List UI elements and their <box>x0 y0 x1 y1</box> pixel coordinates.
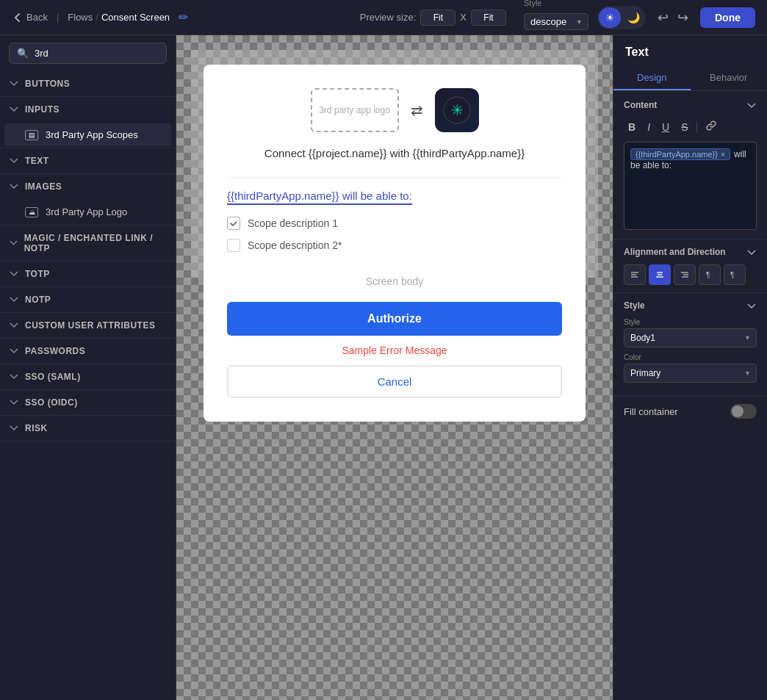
sidebar-item-3rd-party-logo[interactable]: ⛰ 3rd Party App Logo <box>4 201 171 223</box>
preview-label: Preview size: <box>360 12 417 23</box>
section-magic-label: MAGIC / ENCHANTED LINK / NOTP <box>24 233 167 253</box>
section-inputs-header[interactable]: INPUTS <box>0 97 176 122</box>
panel-title: Text <box>613 35 767 59</box>
preview-width-input[interactable] <box>420 10 455 26</box>
content-section: Content B I U S {{thirdPartyApp.name}} ×… <box>613 91 767 239</box>
toolbar-divider <box>696 121 697 133</box>
section-images: IMAGES ⛰ 3rd Party App Logo <box>0 174 176 225</box>
section-custom-user-attr-header[interactable]: CUSTOM USER ATTRIBUTES <box>0 313 176 338</box>
section-passwords-header[interactable]: PASSWORDS <box>0 339 176 364</box>
section-images-label: IMAGES <box>25 181 62 192</box>
section-images-header[interactable]: IMAGES <box>0 174 176 199</box>
breadcrumb-flows[interactable]: Flows <box>68 12 93 23</box>
scopes-title: {{thirdPartyApp.name}} will be able to: <box>227 190 412 205</box>
content-editor[interactable]: {{thirdPartyApp.name}} × will be able to… <box>624 142 757 230</box>
panel-tabs: Design Behavior <box>613 66 767 91</box>
tag-close[interactable]: × <box>721 151 725 159</box>
preview-height-input[interactable] <box>471 10 506 26</box>
canvas-wrapper: 3rd party app logo ⇄ ✳ Connect {{project… <box>191 50 598 422</box>
sidebar-item-3rd-party-scopes[interactable]: ▤ 3rd Party App Scopes <box>4 123 171 146</box>
scope-checkbox-1[interactable] <box>227 217 240 230</box>
svg-text:¶: ¶ <box>706 271 710 279</box>
section-sso-oidc-label: SSO (OIDC) <box>25 397 78 408</box>
link-button[interactable] <box>702 118 721 136</box>
back-button[interactable]: Back <box>12 12 48 24</box>
bold-button[interactable]: B <box>624 118 640 136</box>
color-field-group: Color Primary <box>624 353 757 383</box>
color-select-wrap: Primary <box>624 364 757 383</box>
style-section-label: Style <box>624 300 645 311</box>
align-rtl-button[interactable]: ¶ <box>724 264 746 285</box>
align-left-button[interactable] <box>624 264 646 285</box>
section-magic-header[interactable]: MAGIC / ENCHANTED LINK / NOTP <box>0 225 176 261</box>
section-totp-label: TOTP <box>25 269 50 279</box>
exchange-icon: ⇄ <box>411 101 423 119</box>
section-sso-saml-label: SSO (SAML) <box>25 372 81 382</box>
cancel-button[interactable]: Cancel <box>227 365 562 398</box>
search-wrap: 🔍 <box>9 43 167 64</box>
preview-size: Preview size: X <box>360 10 506 26</box>
alignment-section: Alignment and Direction ¶ ¶ <box>613 239 767 293</box>
undo-button[interactable]: ↩ <box>655 7 671 29</box>
italic-button[interactable]: I <box>643 118 655 136</box>
section-risk-header[interactable]: RISK <box>0 416 176 441</box>
color-select[interactable]: Primary <box>624 364 757 383</box>
svg-text:✳: ✳ <box>450 102 463 118</box>
dark-theme-button[interactable]: 🌙 <box>622 7 644 28</box>
style-select-wrap: Body1 <box>624 328 757 347</box>
section-custom-user-attr-label: CUSTOM USER ATTRIBUTES <box>25 320 155 331</box>
style-dropdown-wrap: descope <box>524 13 588 30</box>
back-label: Back <box>26 12 48 23</box>
fill-container-label: Fill container <box>624 406 678 417</box>
undo-redo: ↩ ↪ <box>655 7 691 29</box>
theme-toggle: ☀ 🌙 <box>597 6 646 29</box>
search-input[interactable] <box>35 48 159 59</box>
logo-placeholder-text: 3rd party app logo <box>319 105 390 115</box>
image-icon: ⛰ <box>25 207 38 217</box>
authorize-button[interactable]: Authorize <box>227 302 562 336</box>
section-buttons-label: BUTTONS <box>25 79 70 89</box>
section-text-header[interactable]: TEXT <box>0 148 176 173</box>
section-notp-header[interactable]: NOTP <box>0 287 176 312</box>
fill-container-toggle[interactable] <box>730 404 757 419</box>
light-theme-button[interactable]: ☀ <box>599 7 621 28</box>
tab-design[interactable]: Design <box>613 66 691 90</box>
section-sso-oidc: SSO (OIDC) <box>0 390 176 416</box>
style-select[interactable]: Body1 <box>624 328 757 347</box>
scope-checkbox-2[interactable] <box>227 239 240 252</box>
scope-desc-1: Scope description 1 <box>248 217 338 229</box>
section-buttons: BUTTONS <box>0 71 176 97</box>
rich-text-toolbar: B I U S <box>624 118 757 136</box>
strikethrough-button[interactable]: S <box>677 118 692 136</box>
section-totp-header[interactable]: TOTP <box>0 261 176 286</box>
style-dropdown[interactable]: descope <box>524 13 588 30</box>
section-buttons-header[interactable]: BUTTONS <box>0 71 176 96</box>
underline-button[interactable]: U <box>658 118 674 136</box>
section-passwords: PASSWORDS <box>0 339 176 364</box>
done-button[interactable]: Done <box>700 7 755 28</box>
template-tag: {{thirdPartyApp.name}} × <box>630 148 730 160</box>
section-sso-saml-header[interactable]: SSO (SAML) <box>0 364 176 389</box>
section-text-label: TEXT <box>25 156 49 166</box>
tab-behavior[interactable]: Behavior <box>691 66 768 90</box>
align-center-button[interactable] <box>649 264 671 285</box>
color-field-label: Color <box>624 353 757 361</box>
breadcrumb-current: Consent Screen <box>101 12 170 23</box>
scopes-section: {{thirdPartyApp.name}} will be able to: … <box>227 177 562 252</box>
section-inputs-label: INPUTS <box>25 104 60 115</box>
redo-button[interactable]: ↪ <box>674 7 691 29</box>
images-item-label: 3rd Party App Logo <box>46 206 127 217</box>
inputs-item-label: 3rd Party App Scopes <box>46 129 138 140</box>
align-justify-button[interactable]: ¶ <box>699 264 721 285</box>
section-passwords-label: PASSWORDS <box>25 346 85 356</box>
align-right-button[interactable] <box>674 264 696 285</box>
search-box: 🔍 <box>0 35 176 71</box>
alignment-section-header: Alignment and Direction <box>624 247 757 257</box>
section-magic: MAGIC / ENCHANTED LINK / NOTP <box>0 225 176 261</box>
edit-icon[interactable]: ✏ <box>179 10 188 24</box>
section-sso-oidc-header[interactable]: SSO (OIDC) <box>0 390 176 415</box>
alignment-label: Alignment and Direction <box>624 247 726 257</box>
section-custom-user-attr: CUSTOM USER ATTRIBUTES <box>0 313 176 339</box>
section-notp: NOTP <box>0 287 176 313</box>
style-section: Style Style Body1 Color Primary <box>613 293 767 397</box>
